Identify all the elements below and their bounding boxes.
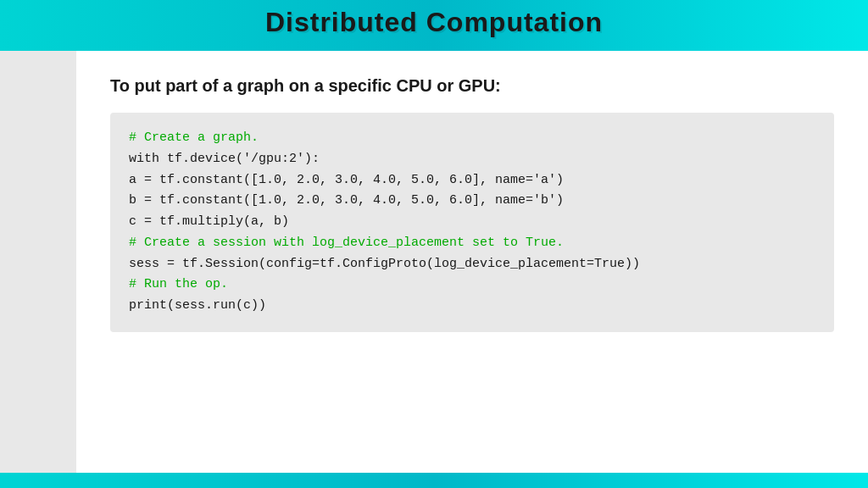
code-9: print(sess.run(c)) bbox=[129, 298, 266, 313]
code-3: a = tf.constant([1.0, 2.0, 3.0, 4.0, 5.0… bbox=[129, 173, 564, 187]
code-line-5: c = tf.multiply(a, b) bbox=[129, 212, 815, 233]
code-line-9: print(sess.run(c)) bbox=[129, 296, 815, 317]
code-4: b = tf.constant([1.0, 2.0, 3.0, 4.0, 5.0… bbox=[129, 193, 564, 208]
slide-container: Distributed Computation To put part of a… bbox=[0, 0, 868, 488]
code-block: # Create a graph. with tf.device('/gpu:2… bbox=[110, 113, 834, 332]
left-border bbox=[0, 51, 76, 473]
code-line-8: # Run the op. bbox=[129, 274, 815, 296]
code-line-4: b = tf.constant([1.0, 2.0, 3.0, 4.0, 5.0… bbox=[129, 191, 815, 212]
code-line-2: with tf.device('/gpu:2'): bbox=[129, 149, 815, 170]
description-text: To put part of a graph on a specific CPU… bbox=[110, 76, 834, 96]
comment-6: # Create a session with log_device_place… bbox=[129, 236, 564, 250]
code-line-1: # Create a graph. bbox=[129, 128, 815, 149]
comment-8: # Run the op. bbox=[129, 277, 228, 291]
code-line-7: sess = tf.Session(config=tf.ConfigProto(… bbox=[129, 254, 815, 275]
slide-title: Distributed Computation bbox=[0, 7, 868, 38]
code-5: c = tf.multiply(a, b) bbox=[129, 214, 289, 229]
main-content: To put part of a graph on a specific CPU… bbox=[76, 51, 868, 358]
code-7: sess = tf.Session(config=tf.ConfigProto(… bbox=[129, 257, 640, 271]
code-2: with tf.device('/gpu:2'): bbox=[129, 152, 320, 166]
bottom-bar bbox=[0, 473, 868, 488]
code-line-3: a = tf.constant([1.0, 2.0, 3.0, 4.0, 5.0… bbox=[129, 170, 815, 191]
comment-1: # Create a graph. bbox=[129, 130, 259, 145]
code-line-6: # Create a session with log_device_place… bbox=[129, 233, 815, 254]
content-area: To put part of a graph on a specific CPU… bbox=[76, 51, 868, 473]
